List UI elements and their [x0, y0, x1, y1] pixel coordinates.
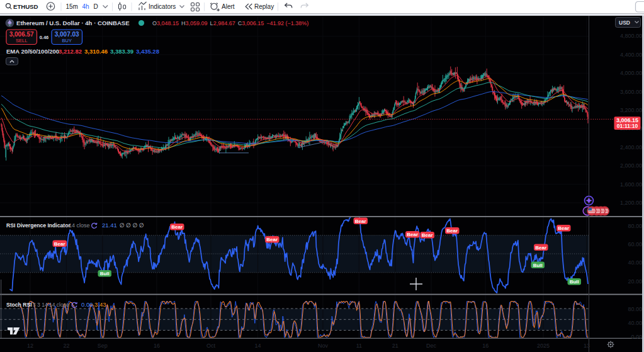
svg-text:3 3 14 14 close: 3 3 14 14 close — [33, 302, 69, 308]
svg-text:20.00: 20.00 — [628, 278, 642, 285]
svg-text:21: 21 — [392, 343, 398, 349]
svg-text:80.00: 80.00 — [628, 306, 642, 312]
svg-text:2,000.00: 2,000.00 — [620, 162, 642, 169]
svg-text:Bear: Bear — [407, 232, 418, 237]
svg-text:Bear: Bear — [446, 228, 458, 234]
svg-text:∅ ∅ ∅ ∅: ∅ ∅ ∅ ∅ — [120, 222, 144, 229]
svg-text:4,400.00: 4,400.00 — [620, 52, 642, 58]
svg-text:3.43: 3.43 — [94, 301, 106, 308]
svg-text:Bear: Bear — [171, 224, 183, 230]
svg-text:Oct: Oct — [206, 343, 216, 349]
svg-text:16: 16 — [482, 343, 489, 349]
svg-text:Ethereum / U.S. Dollar · 4h ·: Ethereum / U.S. Dollar · 4h · COINBASE — [16, 20, 130, 26]
svg-text:40.00: 40.00 — [628, 320, 642, 326]
svg-text:4,000.00: 4,000.00 — [620, 70, 642, 76]
svg-text:14: 14 — [255, 343, 261, 349]
svg-text:14 close: 14 close — [69, 222, 90, 229]
svg-text:RSI Divergence Indicator: RSI Divergence Indicator — [6, 222, 71, 229]
svg-text:22: 22 — [63, 343, 69, 349]
svg-text:EMA 20/50/100/200: EMA 20/50/100/200 — [6, 48, 59, 55]
svg-text:0.00: 0.00 — [631, 334, 642, 340]
svg-text:Bear: Bear — [422, 232, 433, 238]
svg-text:1,600.00: 1,600.00 — [620, 181, 642, 188]
svg-text:80.00: 80.00 — [628, 223, 642, 229]
svg-text:Stoch RSI: Stoch RSI — [6, 302, 32, 308]
svg-text:15m: 15m — [66, 3, 78, 10]
svg-text:4,800.00: 4,800.00 — [620, 33, 642, 39]
svg-text:3,007.03: 3,007.03 — [55, 31, 79, 38]
svg-text:3,006.57: 3,006.57 — [9, 31, 34, 38]
svg-text:Sep: Sep — [98, 343, 108, 349]
svg-text:Replay: Replay — [254, 3, 274, 10]
svg-text:3,200.00: 3,200.00 — [620, 107, 642, 113]
svg-text:D: D — [94, 3, 98, 10]
svg-text:Indicators: Indicators — [149, 3, 176, 10]
svg-text:11: 11 — [356, 343, 362, 349]
svg-text:60.00: 60.00 — [628, 241, 642, 247]
svg-text:1,200.00: 1,200.00 — [620, 200, 642, 206]
svg-text:Bear: Bear — [558, 225, 569, 231]
svg-text:0.46: 0.46 — [40, 35, 49, 40]
svg-text:Dec: Dec — [426, 343, 437, 349]
svg-text:Bear: Bear — [54, 241, 65, 247]
svg-text:Bear: Bear — [535, 245, 546, 251]
svg-text:13: 13 — [584, 343, 590, 349]
svg-text:O3,048.15H3,059.09L2,984.67C3,: O3,048.15H3,059.09L2,984.67C3,006.15−41.… — [152, 20, 308, 26]
svg-text:Nov: Nov — [318, 343, 329, 349]
svg-text:16: 16 — [154, 343, 160, 349]
svg-text:40.00: 40.00 — [628, 259, 642, 266]
svg-text:Bear: Bear — [266, 237, 278, 242]
svg-text:0.00: 0.00 — [81, 301, 93, 308]
svg-text:12: 12 — [27, 343, 33, 349]
svg-text:Bear: Bear — [355, 219, 366, 224]
svg-text:2,400.00: 2,400.00 — [620, 144, 642, 150]
svg-text:USD: USD — [619, 20, 630, 26]
svg-text:Bull: Bull — [100, 271, 110, 276]
svg-text:01:11:10: 01:11:10 — [617, 123, 638, 129]
svg-text:4h: 4h — [82, 3, 89, 10]
svg-text:21.41: 21.41 — [102, 222, 117, 229]
svg-text:Bull: Bull — [533, 263, 543, 268]
svg-text:3,600.00: 3,600.00 — [620, 89, 642, 95]
svg-text:ETHUSD: ETHUSD — [13, 3, 38, 10]
svg-text:Alert: Alert — [222, 3, 235, 10]
svg-text:Bull: Bull — [570, 279, 579, 285]
svg-text:SELL: SELL — [16, 38, 27, 43]
svg-text:BUY: BUY — [62, 38, 71, 43]
svg-text:2025: 2025 — [537, 343, 550, 349]
